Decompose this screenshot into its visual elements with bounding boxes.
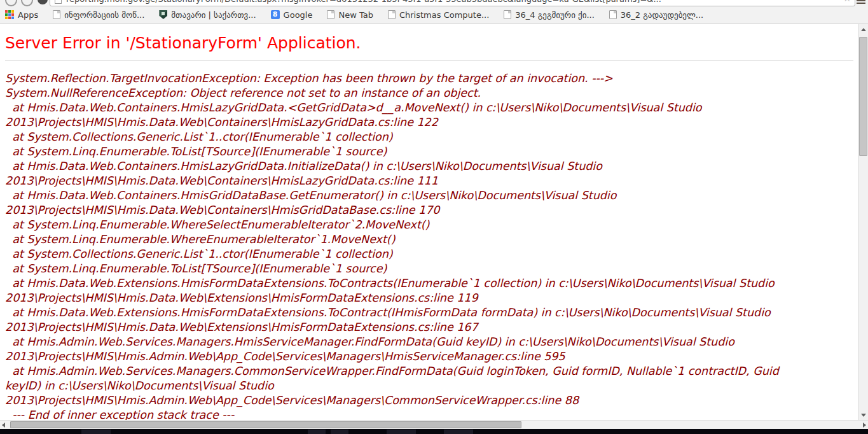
- bookmark-label: New Tab: [338, 10, 373, 20]
- omnibox-row: reporting.moh.gov.ge/StationaryForm/Defa…: [0, 0, 868, 6]
- browser-window: reporting.moh.gov.ge/StationaryForm/Defa…: [0, 0, 868, 434]
- scroll-up-arrow-icon[interactable]: [861, 28, 866, 31]
- bookmark-favicon-icon: [504, 10, 511, 19]
- bookmark-apps[interactable]: Apps: [5, 10, 38, 20]
- stack-trace-line: 2013\Projects\HMIS\Hmis.Data.Web\Contain…: [5, 115, 858, 130]
- vertical-scrollbar[interactable]: [858, 24, 868, 421]
- stack-trace-line: 2013\Projects\HMIS\Hmis.Admin.Web\App_Co…: [5, 349, 858, 364]
- stack-trace-line: at System.Collections.Generic.List`1..ct…: [5, 130, 858, 144]
- extension-icon[interactable]: [38, 0, 48, 4]
- forward-button-icon[interactable]: [21, 0, 33, 6]
- vertical-scrollbar-thumb[interactable]: [859, 37, 867, 156]
- taskbar-sliver: [0, 429, 868, 434]
- stack-trace-line: at System.Linq.Enumerable.ToList[TSource…: [5, 262, 858, 276]
- horizontal-scrollbar-thumb[interactable]: [10, 421, 521, 428]
- bookmark-favicon-icon: [327, 10, 334, 19]
- apps-label: Apps: [18, 10, 38, 20]
- stack-trace-line: 2013\Projects\HMIS\Hmis.Data.Web\Contain…: [5, 203, 858, 218]
- stack-trace-line: at System.Linq.Enumerable.WhereEnumerabl…: [5, 232, 858, 247]
- stack-trace-line: 2013\Projects\HMIS\Hmis.Data.Web\Extensi…: [5, 320, 858, 335]
- stack-trace-line: at System.Linq.Enumerable.ToList[TSource…: [5, 144, 858, 159]
- stack-trace-line: System.NullReferenceException: Object re…: [5, 86, 858, 101]
- browser-menu-icon[interactable]: [857, 0, 865, 4]
- stack-trace-line: keyID) in c:\Users\Niko\Documents\Visual…: [5, 379, 858, 393]
- bookmark-favicon-icon: [609, 10, 617, 19]
- stack-trace-line: at Hmis.Data.Web.Extensions.HmisFormData…: [5, 305, 858, 320]
- error-page: Server Error in '/StationaryForm' Applic…: [0, 24, 858, 421]
- bookmark-label: 36_4 გეგმიური ქი...: [515, 10, 594, 20]
- bookmark-favicon-icon: [53, 10, 60, 19]
- bookmark-favicon-icon: [388, 10, 396, 19]
- bookmark-item[interactable]: Christmas Compute...: [388, 10, 489, 20]
- stack-trace-line: at Hmis.Data.Web.Containers.HmisLazyGrid…: [5, 159, 858, 174]
- bookmarks-bar: Apps ინფორმაციის მოწ... მთავარი | საქართ…: [0, 6, 868, 23]
- stack-trace-line: at Hmis.Data.Web.Containers.HmisGridData…: [5, 188, 858, 203]
- stack-trace-line: 2013\Projects\HMIS\Hmis.Admin.Web\App_Co…: [5, 393, 858, 408]
- bookmark-item[interactable]: ინფორმაციის მოწ...: [53, 10, 144, 20]
- scroll-right-arrow-icon[interactable]: [863, 423, 866, 428]
- page-favicon-icon: [55, 0, 62, 4]
- stack-trace-line: at Hmis.Admin.Web.Services.Managers.Comm…: [5, 364, 858, 379]
- stack-trace: System.Reflection.TargetInvocationExcept…: [5, 71, 858, 421]
- stack-trace-line: at Hmis.Data.Web.Extensions.HmisFormData…: [5, 276, 858, 291]
- bookmark-label: 36_2 გადაუდებელ...: [621, 10, 703, 20]
- bookmark-item[interactable]: 36_2 გადაუდებელ...: [609, 10, 703, 20]
- taskbar-item: [308, 430, 326, 434]
- bookmark-label: Christmas Compute...: [399, 10, 489, 20]
- stack-trace-line: at Hmis.Admin.Web.Services.Managers.Hmis…: [5, 335, 858, 349]
- bookmark-label: ინფორმაციის მოწ...: [64, 10, 144, 20]
- stack-trace-line: 2013\Projects\HMIS\Hmis.Data.Web\Contain…: [5, 174, 858, 188]
- bookmark-item[interactable]: მთავარი | საქართვ...: [159, 10, 256, 20]
- stack-trace-line: System.Reflection.TargetInvocationExcept…: [5, 71, 858, 86]
- bookmark-favicon-icon: [271, 10, 280, 19]
- browser-chrome: reporting.moh.gov.ge/StationaryForm/Defa…: [0, 0, 868, 24]
- horizontal-scrollbar[interactable]: [0, 420, 868, 429]
- stack-trace-line: at System.Collections.Generic.List`1..ct…: [5, 247, 858, 262]
- bookmark-item[interactable]: New Tab: [327, 10, 373, 20]
- scroll-left-arrow-icon[interactable]: [2, 423, 5, 428]
- stack-trace-line: 2013\Projects\HMIS\Hmis.Data.Web\Extensi…: [5, 291, 858, 305]
- bookmark-item[interactable]: Google: [271, 10, 313, 20]
- taskbar-item: [387, 430, 416, 434]
- bookmark-item[interactable]: 36_4 გეგმიური ქი...: [504, 10, 594, 20]
- taskbar-item: [444, 430, 473, 434]
- page-title: Server Error in '/StationaryForm' Applic…: [5, 34, 853, 52]
- bookmark-label: მთავარი | საქართვ...: [171, 10, 256, 20]
- bookmark-star-icon[interactable]: ☆: [843, 0, 851, 3]
- back-button-icon[interactable]: [5, 0, 17, 6]
- stack-trace-line: at Hmis.Data.Web.Containers.HmisLazyGrid…: [5, 101, 858, 115]
- taskbar-item: [331, 430, 348, 434]
- taskbar-item: [81, 430, 111, 434]
- apps-grid-icon: [5, 10, 14, 19]
- stack-trace-line: --- End of inner exception stack trace -…: [5, 408, 858, 421]
- stack-trace-line: at System.Linq.Enumerable.WhereSelectEnu…: [5, 218, 858, 232]
- bookmark-favicon-icon: [159, 10, 167, 19]
- divider: [5, 60, 853, 60]
- url-text[interactable]: reporting.moh.gov.ge/StationaryForm/Defa…: [66, 0, 839, 4]
- bookmark-label: Google: [284, 10, 313, 20]
- scroll-down-arrow-icon[interactable]: [861, 414, 866, 417]
